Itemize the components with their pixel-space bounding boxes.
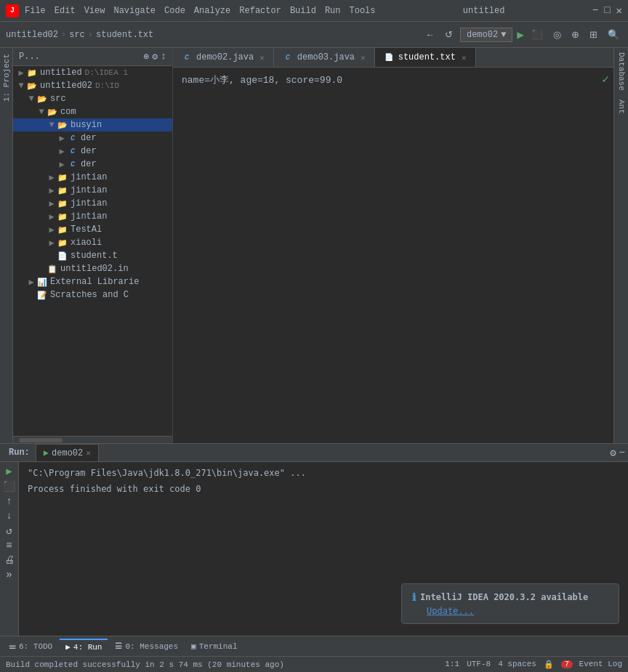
coverage-button[interactable]: ◎ (550, 28, 564, 41)
maximize-button[interactable]: □ (604, 4, 610, 17)
project-panel-toggle[interactable]: 1: Project (2, 51, 11, 105)
tab-demo02[interactable]: C demo02.java ✕ (173, 48, 274, 67)
menu-navigate[interactable]: Navigate (113, 6, 156, 16)
tab-todo[interactable]: ⚌ 6: TODO (3, 639, 58, 653)
encoding-indicator[interactable]: UTF-8 (467, 660, 491, 669)
tree-item-jintian2[interactable]: ▶ 📁 jintian (13, 184, 172, 197)
settings-icon[interactable]: ⚙ (152, 51, 158, 62)
run-tab-close[interactable]: ✕ (86, 448, 91, 458)
debug-button[interactable]: ⬛ (528, 28, 546, 41)
bottom-tab-bar: ⚌ 6: TODO ▶ 4: Run ☰ 0: Messages ▣ Termi… (0, 636, 628, 656)
run-result-line: Process finished with exit code 0 (28, 484, 619, 494)
menu-edit[interactable]: Edit (55, 6, 76, 16)
tab-student[interactable]: 📄 student.txt ✕ (375, 48, 476, 67)
run-tab-text: 4: Run (73, 643, 102, 652)
status-message: Build completed successfully in 2 s 74 m… (6, 660, 445, 669)
run-stop-button[interactable]: ⬛ (3, 480, 15, 493)
tree-item-src[interactable]: ▼ 📂 src (13, 92, 172, 105)
tree-item-xiaoli[interactable]: ▶ 📁 xiaoli (13, 236, 172, 249)
menu-refactor[interactable]: Refactor (239, 6, 281, 16)
tab-close-demo03[interactable]: ✕ (361, 53, 366, 62)
tree-arrow-untitled02: ▼ (16, 81, 26, 91)
run-scroll-up-button[interactable]: ↓ (6, 510, 12, 522)
menu-tools[interactable]: Tools (350, 6, 376, 16)
tree-item-com[interactable]: ▼ 📂 com (13, 105, 172, 118)
run-tab-demo02[interactable]: ▶ demo02 ✕ (36, 444, 99, 461)
close-button[interactable]: ✕ (616, 4, 622, 17)
menu-run[interactable]: Run (325, 6, 341, 16)
menu-code[interactable]: Code (164, 6, 185, 16)
menu-file[interactable]: File (25, 6, 46, 16)
back-button[interactable]: ← (422, 28, 438, 41)
todo-icon: ⚌ (9, 641, 16, 651)
profile-button[interactable]: ⊕ (568, 28, 582, 41)
tree-arrow-jintian2: ▶ (47, 185, 57, 196)
tab-messages[interactable]: ☰ 0: Messages (109, 639, 184, 653)
tree-item-ext-lib[interactable]: ▶ 📊 External Librarie (13, 275, 172, 288)
run-button[interactable]: ▶ (517, 28, 524, 42)
tab-icon-demo02: C (182, 52, 192, 62)
menu-view[interactable]: View (84, 6, 105, 16)
locate-icon[interactable]: ⊕ (144, 51, 150, 62)
tree-item-busyin[interactable]: ▼ 📂 busyin (13, 118, 172, 131)
menu-analyze[interactable]: Analyze (194, 6, 230, 16)
ant-panel-toggle[interactable]: Ant (617, 95, 626, 118)
run-filter-button[interactable]: ↺ (6, 525, 12, 537)
tree-item-scratches[interactable]: 📝 Scratches and C (13, 288, 172, 301)
tree-item-jintian1[interactable]: ▶ 📁 jintian (13, 171, 172, 184)
refresh-button[interactable]: ↺ (442, 28, 456, 41)
database-panel-toggle[interactable]: Database (617, 48, 626, 95)
breadcrumb: untitled02 › src › student.txt (6, 30, 419, 40)
run-softrap-button[interactable]: ≡ (6, 540, 12, 551)
tree-item-student-txt[interactable]: 📄 student.t (13, 249, 172, 262)
search-button[interactable]: 🔍 (605, 28, 622, 41)
tree-item-untitled02-iml[interactable]: 📋 untitled02.in (13, 262, 172, 275)
event-log-section[interactable]: 7 Event Log (561, 660, 622, 669)
project-header: P... ⊕ ⚙ ↕ (13, 48, 172, 66)
run-output: "C:\Program Files\Java\jdk1.8.0_271\bin\… (19, 462, 628, 636)
tree-arrow-xiaoli: ▶ (47, 238, 57, 248)
tree-label-busyin: busyin (71, 120, 102, 130)
tree-item-der1[interactable]: ▶ C der (13, 131, 172, 145)
tree-item-der3[interactable]: ▶ C der (13, 158, 172, 171)
run-config-dropdown[interactable]: demo02 ▼ (460, 28, 512, 42)
tree-item-der2[interactable]: ▶ C der (13, 145, 172, 158)
bottom-panel: Run: ▶ demo02 ✕ ⚙ − ▶ ⬛ ↑ ↓ ↺ ≡ 🖨 » "C:\… (0, 443, 628, 636)
run-more-button[interactable]: » (6, 569, 12, 580)
tree-label-jintian4: jintian (71, 211, 107, 222)
run-print-button[interactable]: 🖨 (4, 554, 15, 566)
project-header-label: P... (19, 52, 40, 62)
tab-run[interactable]: ▶ 4: Run (60, 639, 108, 654)
tree-label-iml: untitled02.in (60, 264, 129, 274)
breadcrumb-src[interactable]: src (69, 30, 85, 40)
notification-title: ℹ IntelliJ IDEA 2020.3.2 available (412, 591, 608, 603)
breadcrumb-file[interactable]: student.txt (96, 30, 153, 40)
breadcrumb-project[interactable]: untitled02 (6, 30, 58, 40)
tab-terminal[interactable]: ▣ Terminal (185, 639, 243, 653)
toolbar: untitled02 › src › student.txt ← ↺ demo0… (0, 22, 628, 48)
menu-build[interactable]: Build (290, 6, 316, 16)
run-settings-icon[interactable]: ⚙ (610, 447, 616, 459)
tab-demo03[interactable]: C demo03.java ✕ (274, 48, 375, 67)
notification-update-link[interactable]: Update... (427, 606, 608, 616)
tree-item-jintian4[interactable]: ▶ 📁 jintian (13, 210, 172, 223)
tree-item-untitled02[interactable]: ▼ 📂 untitled02 D:\ID (13, 79, 172, 92)
run-resume-button[interactable]: ▶ (6, 465, 12, 477)
minimize-button[interactable]: − (592, 4, 598, 17)
tab-label-student: student.txt (398, 52, 456, 62)
editor-content[interactable]: name=小李, age=18, score=99.0 ✓ (173, 68, 613, 443)
tab-close-demo02[interactable]: ✕ (259, 53, 265, 62)
cursor-position[interactable]: 1:1 (445, 660, 459, 669)
tree-item-testalm[interactable]: ▶ 📁 TestAl (13, 223, 172, 236)
run-minimize-icon[interactable]: − (619, 447, 625, 458)
tree-arrow-jintian3: ▶ (47, 198, 57, 209)
run-rerun-button[interactable]: ↑ (6, 495, 12, 507)
tree-item-untitled[interactable]: ▶ 📁 untitled D:\IDEA 1 (13, 66, 172, 79)
collapse-icon[interactable]: ↕ (161, 51, 166, 62)
indent-indicator[interactable]: 4 spaces (498, 660, 536, 669)
tree-item-jintian3[interactable]: ▶ 📁 jintian (13, 197, 172, 210)
tab-close-student[interactable]: ✕ (462, 53, 467, 62)
project-scrollbar[interactable] (13, 436, 172, 443)
layout-button[interactable]: ⊞ (587, 28, 600, 41)
txt-icon-student: 📄 (57, 250, 68, 262)
